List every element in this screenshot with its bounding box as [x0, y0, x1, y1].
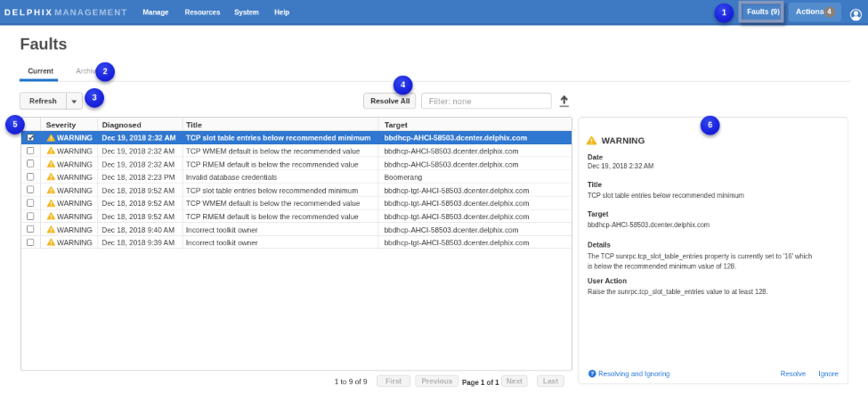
svg-text:?: ?: [590, 370, 594, 376]
